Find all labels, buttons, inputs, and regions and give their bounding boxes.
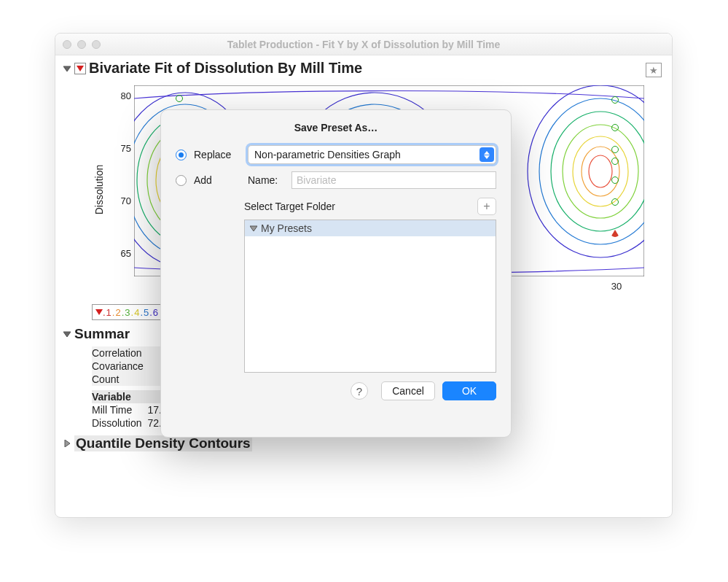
save-preset-dialog: Save Preset As… Replace Non-parametric D… [160,109,512,438]
replace-row: Replace Non-parametric Densities Graph [176,145,496,164]
chevron-down-icon [249,224,258,233]
cancel-button[interactable]: Cancel [381,381,435,400]
folder-item[interactable]: My Presets [245,220,496,236]
data-point [611,124,619,131]
disclosure-icon[interactable] [63,330,71,338]
svg-marker-24 [484,155,490,159]
stat-label: Count [92,373,161,386]
ok-button[interactable]: OK [442,381,496,400]
svg-point-15 [551,112,644,231]
legend-levels: .1.2.3.4.5.6 [103,307,159,318]
folder-name: My Presets [261,222,312,234]
data-point [176,95,183,102]
svg-marker-25 [250,226,257,231]
add-row: Add Name: Bivariate [176,171,496,189]
svg-point-13 [528,85,644,257]
svg-marker-21 [63,332,71,337]
folder-header: Select Target Folder + [244,198,496,215]
data-point [611,146,619,153]
add-radio[interactable] [176,175,187,186]
close-window-button[interactable] [63,40,71,49]
outlier-point [611,230,619,237]
data-point [611,176,619,184]
section-title: Bivariate Fit of Dissolution By Mill Tim… [89,60,362,77]
col-header: Variable [92,390,147,403]
replace-label: Replace [194,149,240,160]
name-label: Name: [248,174,284,186]
data-point [611,198,619,206]
summary-stats: Correlation Covariance Count [92,346,161,386]
titlebar: Tablet Production - Fit Y by X of Dissol… [55,34,672,55]
folder-list[interactable]: My Presets [244,220,496,373]
svg-marker-22 [65,440,70,447]
svg-marker-20 [95,309,103,315]
add-label: Add [194,174,240,186]
zoom-window-button[interactable] [92,40,101,49]
svg-marker-0 [63,66,71,71]
dialog-title: Save Preset As… [176,122,496,133]
y-tick: 80 [112,90,131,101]
window-title: Tablet Production - Fit Y by X of Dissol… [55,39,672,50]
window-controls [63,40,101,49]
quantile-section-header: Quantile Density Contours [63,435,665,451]
y-tick: 65 [112,248,131,259]
svg-point-18 [582,147,619,196]
stat-label: Covariance [92,360,161,373]
select-value: Non-parametric Densities Graph [254,149,401,160]
favorite-icon[interactable]: ★ [646,63,662,77]
quantile-title: Quantile Density Contours [74,435,252,451]
y-axis-label: Dissolution [93,165,105,214]
hotspot-icon[interactable] [74,63,86,74]
x-tick: 30 [611,281,622,292]
replace-radio[interactable] [176,150,187,160]
svg-marker-23 [484,151,490,155]
disclosure-icon[interactable] [63,64,71,73]
summary-title: Summar [74,326,130,342]
svg-point-16 [563,125,638,218]
dialog-buttons: ? Cancel OK [176,381,496,400]
stat-label: Correlation [92,346,161,360]
contour-legend[interactable]: .1.2.3.4.5.6 [92,304,161,320]
disclosure-icon[interactable] [63,439,71,448]
add-folder-button[interactable]: + [477,198,496,215]
hotspot-icon[interactable] [95,306,103,318]
svg-marker-1 [77,66,84,71]
y-tick: 70 [112,195,131,206]
help-button[interactable]: ? [351,382,368,400]
section-header: Bivariate Fit of Dissolution By Mill Tim… [63,60,665,77]
y-tick: 75 [112,143,131,154]
data-point [611,96,619,104]
data-point [611,158,619,165]
minimize-window-button[interactable] [77,40,86,49]
svg-point-19 [589,155,612,187]
preset-select[interactable]: Non-parametric Densities Graph [248,145,496,164]
chevron-updown-icon [480,147,494,162]
name-field[interactable]: Bivariate [291,171,496,189]
folder-label: Select Target Folder [244,201,335,212]
name-placeholder: Bivariate [297,174,336,186]
